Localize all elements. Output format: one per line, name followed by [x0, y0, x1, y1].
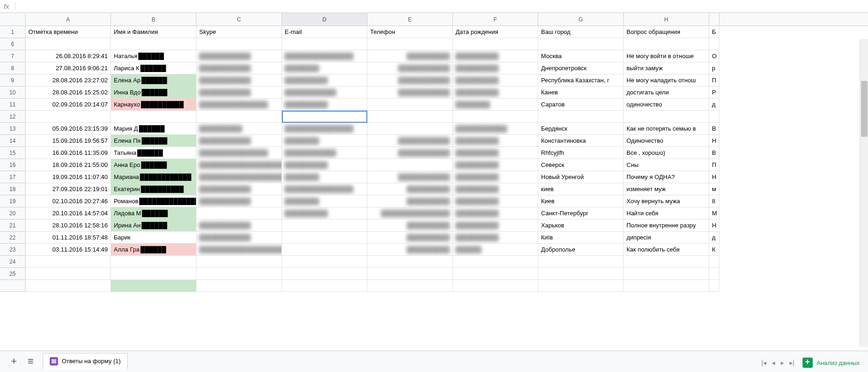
col-header-B[interactable]: B — [111, 13, 196, 26]
cell[interactable]: Одиночество — [624, 135, 709, 147]
cell[interactable]: ██████████ — [367, 183, 453, 195]
cell[interactable]: ████████████ — [196, 195, 282, 207]
cell[interactable]: дипресія — [624, 232, 709, 244]
cell[interactable]: ██████████ — [367, 50, 453, 62]
cell[interactable]: Елена Ар██████ — [111, 74, 196, 86]
cell[interactable]: ████████████████████ — [196, 244, 282, 256]
cell[interactable]: Київ — [538, 232, 624, 244]
cell[interactable]: Как полюбить себя — [624, 244, 709, 256]
cell[interactable] — [111, 268, 196, 280]
cell[interactable]: Новый Уренгой — [538, 171, 624, 183]
cell[interactable] — [709, 268, 719, 280]
cell[interactable]: ████████████ — [453, 123, 538, 135]
cell[interactable] — [367, 111, 453, 123]
cell[interactable]: ████████████████████ — [196, 171, 282, 183]
cell[interactable]: Skype — [196, 26, 282, 38]
cell[interactable]: ██████████ — [367, 195, 453, 207]
cell[interactable]: ████████████ — [367, 171, 453, 183]
cell[interactable] — [624, 38, 709, 50]
cell[interactable]: 02.10.2016 20:27:46 — [26, 195, 111, 207]
cell[interactable]: ██████████ — [196, 123, 282, 135]
cell[interactable]: ████████████ — [367, 147, 453, 159]
cell[interactable]: выйти замуж — [624, 62, 709, 74]
cell[interactable]: Татьяна██████ — [111, 147, 196, 159]
cell[interactable]: 28.08.2016 15:25:02 — [26, 86, 111, 99]
cell[interactable]: 02.09.2016 20:14:07 — [26, 99, 111, 111]
cell[interactable]: ██████████ — [367, 232, 453, 244]
cell[interactable]: ████████████ — [196, 232, 282, 244]
cell[interactable] — [709, 280, 719, 292]
nav-next-icon[interactable]: ▸ — [778, 357, 787, 368]
cell[interactable]: ████████ — [453, 99, 538, 111]
cell[interactable]: О — [709, 50, 719, 62]
cell[interactable]: Б — [709, 26, 719, 38]
cell-area[interactable]: Отметка времениИмя и ФамилияSkypeE-mailТ… — [26, 26, 868, 292]
cell[interactable] — [196, 268, 282, 280]
formula-input[interactable] — [25, 0, 864, 13]
cell[interactable] — [453, 268, 538, 280]
row-header[interactable]: 25 — [0, 268, 26, 280]
col-header-G[interactable]: G — [538, 13, 624, 26]
col-header-F[interactable]: F — [453, 13, 538, 26]
row-header[interactable]: 21 — [0, 219, 26, 232]
cell[interactable]: ████████████ — [196, 50, 282, 62]
cell[interactable]: 26.08.2016 8:29:41 — [26, 50, 111, 62]
cell[interactable] — [282, 244, 367, 256]
cell[interactable]: ██████████ — [453, 147, 538, 159]
add-sheet-button[interactable]: + — [6, 353, 22, 370]
cell[interactable]: Канев — [538, 86, 624, 99]
cell[interactable] — [282, 111, 367, 123]
cell[interactable]: Барик — [111, 232, 196, 244]
cell[interactable]: Отметка времени — [26, 26, 111, 38]
cell[interactable]: ██████████ — [453, 183, 538, 195]
row-header[interactable]: 16 — [0, 159, 26, 171]
cell[interactable]: одиночество — [624, 99, 709, 111]
cell[interactable]: Не могу войти в отноше — [624, 50, 709, 62]
cell[interactable] — [282, 219, 367, 232]
cell[interactable]: ████████████ — [367, 86, 453, 99]
cell[interactable]: ██████████ — [282, 99, 367, 111]
cell[interactable]: ██████████ — [453, 135, 538, 147]
cell[interactable]: Алла Гра██████ — [111, 244, 196, 256]
cell[interactable]: Москва — [538, 50, 624, 62]
row-header[interactable]: 8 — [0, 62, 26, 74]
cell[interactable]: ████████████ — [196, 74, 282, 86]
cell[interactable] — [538, 280, 624, 292]
row-header[interactable]: 12 — [0, 111, 26, 123]
cell[interactable]: Наталья██████ — [111, 50, 196, 62]
cell[interactable] — [26, 256, 111, 268]
cell[interactable]: Бердянск — [538, 123, 624, 135]
cell[interactable]: Екатерин██████████ — [111, 183, 196, 195]
cell[interactable] — [367, 280, 453, 292]
cell[interactable] — [282, 268, 367, 280]
cell[interactable]: 8 — [709, 195, 719, 207]
cell[interactable]: ████████████ — [196, 86, 282, 99]
cell[interactable]: ████████████████ — [282, 123, 367, 135]
cell[interactable]: Р — [709, 86, 719, 99]
cell[interactable]: достигать цели — [624, 86, 709, 99]
cell[interactable] — [709, 111, 719, 123]
cell[interactable]: В — [709, 147, 719, 159]
cell[interactable]: Полное внутренне разру — [624, 219, 709, 232]
row-header[interactable]: 9 — [0, 74, 26, 86]
sheet-tab[interactable]: Ответы на форму (1) — [43, 353, 128, 369]
cell[interactable] — [538, 111, 624, 123]
cell[interactable] — [111, 38, 196, 50]
cell[interactable]: ████████████████ — [282, 50, 367, 62]
nav-last-icon[interactable]: ▸| — [787, 357, 797, 368]
cell[interactable]: 18.09.2016 21:55:00 — [26, 159, 111, 171]
cell[interactable] — [367, 256, 453, 268]
cell[interactable] — [111, 256, 196, 268]
cell[interactable]: Н — [709, 171, 719, 183]
cell[interactable]: Инна Вдо██████ — [111, 86, 196, 99]
row-header[interactable]: 17 — [0, 171, 26, 183]
cell[interactable] — [624, 256, 709, 268]
cell[interactable]: Ваш город — [538, 26, 624, 38]
cell[interactable] — [709, 38, 719, 50]
cell[interactable]: ██████████ — [453, 50, 538, 62]
col-header-D[interactable]: D — [282, 13, 367, 26]
cell[interactable]: ██████████ — [453, 232, 538, 244]
cell[interactable]: Вопрос обращения — [624, 26, 709, 38]
cell[interactable]: ████████████ — [196, 135, 282, 147]
cell[interactable] — [26, 111, 111, 123]
